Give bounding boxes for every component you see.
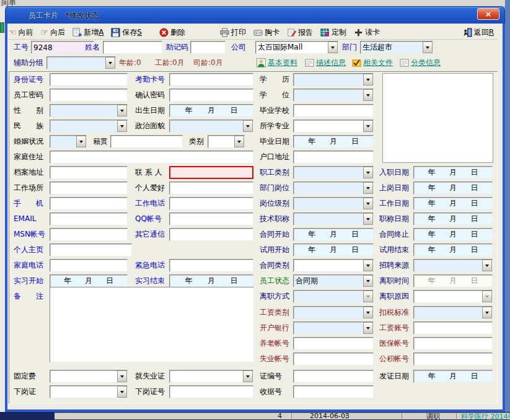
remarks-textarea[interactable] [50,287,254,362]
other-comm-input[interactable] [169,228,253,241]
emergency-phone-input[interactable] [169,259,253,272]
tab-description-info[interactable]: 描述信息 [305,58,346,68]
save-button[interactable]: 保存S [111,27,142,38]
dropdown-arrow[interactable] [117,370,127,382]
name-input[interactable] [103,41,162,54]
pension-account-input[interactable] [293,337,374,350]
dropdown-arrow[interactable] [105,57,115,69]
home-address-input[interactable] [50,151,253,164]
birth-date-field[interactable]: 年月日 [169,104,253,117]
ethnicity-select[interactable] [50,120,128,133]
dropdown-arrow[interactable] [482,307,492,318]
dept-position-select[interactable] [293,182,374,195]
hire-date-field[interactable]: 年月日 [413,166,493,179]
title-date-field[interactable]: 年月日 [413,212,493,225]
homepage-input[interactable] [50,243,132,256]
household-addr-input[interactable] [293,151,374,164]
medical-account-input[interactable] [413,337,493,350]
report-button[interactable]: 报告 [287,27,313,38]
grad-school-input[interactable] [293,104,374,117]
employee-pwd-input[interactable] [50,89,128,102]
next-button[interactable]: ☞ 向后 [41,27,66,38]
dropdown-arrow[interactable] [423,42,433,53]
attendance-card-input[interactable] [169,73,253,86]
dropdown-arrow[interactable] [363,260,373,271]
issue-date-field[interactable]: 年月日 [413,370,493,383]
dropdown-arrow[interactable] [243,370,253,382]
dropdown-arrow[interactable] [363,182,373,194]
intern-start-field[interactable]: 年月日 [50,274,128,287]
dropdown-arrow[interactable] [234,136,244,147]
intern-end-field[interactable]: 年月日 [169,274,253,287]
contract-end-field[interactable]: 年月日 [413,228,493,241]
tab-related-files[interactable]: 相关文件 [352,58,393,68]
company-select[interactable]: 太百国际Mall [255,41,338,54]
dropdown-arrow[interactable] [243,120,253,132]
aux-group-select[interactable] [46,56,116,69]
fixed-fee-select[interactable] [50,370,128,383]
dropdown-arrow[interactable] [482,260,492,271]
tab-basic-info[interactable]: 基本资料 [257,58,297,68]
qq-input[interactable] [169,212,253,225]
delete-button[interactable]: 删除 [159,27,185,38]
contract-start-field[interactable]: 年月日 [293,228,374,241]
political-select[interactable] [169,120,253,133]
major-select[interactable] [293,120,374,133]
customize-button[interactable]: 定制 [320,27,346,38]
file-address-input[interactable] [50,166,128,179]
mnemonic-input[interactable] [190,41,226,54]
dropdown-arrow[interactable] [363,322,373,334]
trial-start-field[interactable]: 年月日 [293,243,374,256]
dropdown-arrow[interactable] [363,89,373,101]
dropdown-arrow[interactable] [363,307,373,318]
new-button[interactable]: 新增A [73,27,103,38]
bank-select[interactable] [293,322,374,335]
cert-number-input[interactable] [293,370,374,383]
work-phone-input[interactable] [169,197,253,210]
tech-title-select[interactable] [293,212,374,225]
grad-date-field[interactable]: 年月日 [293,135,374,148]
employment-cert-select[interactable] [169,370,253,383]
salary-account-input[interactable] [413,322,493,335]
read-card-button[interactable]: 读卡 [354,27,380,38]
category-select[interactable] [208,135,245,148]
dept-select[interactable]: 生活超市 [360,41,433,54]
dropdown-arrow[interactable] [363,120,373,132]
emp-status-select[interactable]: 合同期 [293,274,374,287]
email-input[interactable] [50,212,128,225]
close-button[interactable]: × [477,8,499,20]
gender-select[interactable] [50,104,128,117]
hobby-input[interactable] [169,182,253,195]
dropdown-arrow[interactable] [76,136,86,147]
recruit-source-select[interactable] [413,259,493,272]
return-button[interactable]: 返回R [463,27,494,38]
confirm-pwd-input[interactable] [169,89,253,102]
workplace-input[interactable] [50,182,128,195]
msn-input[interactable] [50,228,128,241]
dropdown-arrow[interactable] [117,386,127,398]
trial-end-field[interactable]: 年月日 [413,243,493,256]
tax-standard-select[interactable] [413,306,493,319]
degree-select[interactable] [293,89,374,102]
native-place-input[interactable] [110,135,183,148]
fund-account-input[interactable] [413,352,493,365]
layoff-cert-no-input[interactable] [169,385,253,398]
emp-category-select[interactable] [293,166,374,179]
start-date-field[interactable]: 年月日 [413,182,493,195]
tab-classification-info[interactable]: 分类信息 [400,58,441,68]
id-number-input[interactable] [50,73,128,86]
position-level-select[interactable] [293,197,374,210]
contact-input[interactable] [169,166,253,179]
prev-button[interactable]: ☜ 向前 [9,27,33,38]
unemployment-account-input[interactable] [293,352,374,365]
marital-select[interactable] [50,135,87,148]
dropdown-arrow[interactable] [363,198,373,209]
dropdown-arrow[interactable] [117,105,127,116]
work-date-field[interactable]: 年月日 [413,197,493,210]
education-select[interactable] [293,73,374,86]
home-phone-input[interactable] [50,259,128,272]
dropdown-arrow[interactable] [363,74,373,85]
receipt-no-input[interactable] [293,385,374,398]
dropdown-arrow[interactable] [117,120,127,132]
mobile-input[interactable] [50,197,128,210]
